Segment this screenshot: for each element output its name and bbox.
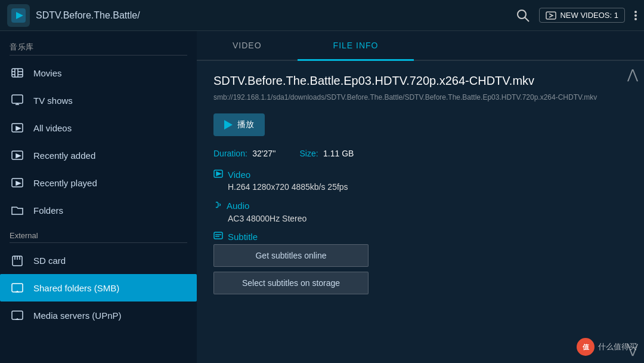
main-panel: VIDEO FILE INFO ⋀ SDTV.Before.The.Battle… xyxy=(197,31,644,363)
sidebar-item-tv-shows[interactable]: TV shows xyxy=(0,87,197,114)
recently-added-label: Recently added xyxy=(33,150,95,161)
svg-rect-15 xyxy=(12,95,23,103)
sd-card-label: SD card xyxy=(33,256,66,266)
main-layout: 音乐库 Movies xyxy=(0,31,644,363)
external-divider xyxy=(10,242,187,243)
svg-point-2 xyxy=(518,10,526,19)
folders-icon xyxy=(10,202,25,218)
watermark: 值 什么值得买 xyxy=(577,338,637,356)
sidebar: 音乐库 Movies xyxy=(0,31,197,363)
tab-video[interactable]: VIDEO xyxy=(197,31,298,60)
svg-marker-21 xyxy=(16,154,20,158)
svg-marker-19 xyxy=(16,127,20,130)
sidebar-item-recently-added[interactable]: Recently added xyxy=(0,141,197,169)
sd-card-icon xyxy=(10,253,25,268)
sidebar-item-all-videos[interactable]: All videos xyxy=(0,114,197,141)
audio-section-icon xyxy=(213,200,222,211)
file-content: ⋀ SDTV.Before.The.Battle.Ep03.HDTV.720p.… xyxy=(197,61,644,363)
audio-section-label: Audio xyxy=(227,201,249,211)
size-item: Size: 1.11 GB xyxy=(299,148,354,159)
video-details: H.264 1280x720 4885kb/s 25fps xyxy=(213,182,627,192)
search-icon[interactable] xyxy=(516,9,530,22)
svg-line-3 xyxy=(525,17,529,21)
movies-icon xyxy=(10,65,25,81)
tab-file-info[interactable]: FILE INFO xyxy=(298,31,414,60)
duration-label: Duration: xyxy=(213,149,247,158)
tabs: VIDEO FILE INFO xyxy=(197,31,644,61)
video-section-icon xyxy=(213,170,223,180)
sidebar-item-media-servers[interactable]: Media servers (UPnP) xyxy=(0,302,197,329)
more-icon[interactable] xyxy=(634,10,637,21)
svg-point-7 xyxy=(634,18,637,20)
svg-marker-35 xyxy=(216,172,221,176)
svg-rect-4 xyxy=(546,12,556,19)
meta-row: Duration: 32'27'' Size: 1.11 GB xyxy=(213,148,627,159)
duration-item: Duration: 32'27'' xyxy=(213,148,275,159)
video-section-label: Video xyxy=(228,170,250,180)
svg-rect-31 xyxy=(12,311,23,319)
external-label: External xyxy=(0,224,197,242)
play-label: 播放 xyxy=(237,119,254,130)
sidebar-item-folders[interactable]: Folders xyxy=(0,196,197,224)
all-videos-icon xyxy=(10,120,25,136)
svg-rect-28 xyxy=(12,284,23,292)
svg-rect-36 xyxy=(214,232,222,239)
play-button[interactable]: 播放 xyxy=(213,113,265,136)
header-actions: NEW VIDEOS: 1 xyxy=(516,8,637,23)
file-title: SDTV.Before.The.Battle.Ep03.HDTV.720p.x2… xyxy=(213,73,627,88)
audio-section: Audio AC3 48000Hz Stereo xyxy=(213,200,627,223)
duration-value: 32'27'' xyxy=(252,149,275,158)
media-servers-label: Media servers (UPnP) xyxy=(33,310,122,321)
select-subtitles-on-storage-button[interactable]: Select subtitles on storage xyxy=(213,272,369,294)
header: SDTV.Before.The.Battle/ NEW VIDEOS: 1 xyxy=(0,0,644,31)
audio-details: AC3 48000Hz Stereo xyxy=(213,214,627,223)
library-label: 音乐库 xyxy=(0,36,197,55)
sidebar-item-movies[interactable]: Movies xyxy=(0,59,197,87)
file-path: smb://192.168.1.1/sda1/downloads/SDTV.Be… xyxy=(213,92,627,103)
scroll-up-icon[interactable]: ⋀ xyxy=(627,67,638,82)
size-value: 1.11 GB xyxy=(323,149,354,158)
shared-folders-icon xyxy=(10,280,25,296)
svg-point-5 xyxy=(634,11,637,13)
header-title: SDTV.Before.The.Battle/ xyxy=(36,10,516,21)
play-triangle-icon xyxy=(224,120,233,130)
recently-played-label: Recently played xyxy=(33,178,97,188)
recently-added-icon xyxy=(10,147,25,163)
app-logo xyxy=(7,4,30,27)
subtitle-section: Subtitle Get subtitles online Select sub… xyxy=(213,232,627,294)
sidebar-divider xyxy=(10,55,187,56)
folders-label: Folders xyxy=(33,205,63,216)
subtitle-section-label: Subtitle xyxy=(228,232,258,242)
size-label: Size: xyxy=(299,149,318,158)
new-videos-badge[interactable]: NEW VIDEOS: 1 xyxy=(539,8,625,23)
recently-played-icon xyxy=(10,175,25,190)
sidebar-item-shared-folders[interactable]: Shared folders (SMB) xyxy=(0,274,197,302)
svg-point-6 xyxy=(634,14,637,17)
video-section: Video H.264 1280x720 4885kb/s 25fps xyxy=(213,170,627,192)
movies-label: Movies xyxy=(33,68,62,78)
new-videos-label: NEW VIDEOS: 1 xyxy=(560,11,618,20)
subtitle-section-icon xyxy=(213,232,223,242)
sidebar-item-sd-card[interactable]: SD card xyxy=(0,247,197,274)
get-subtitles-online-button[interactable]: Get subtitles online xyxy=(213,244,369,267)
sidebar-item-recently-played[interactable]: Recently played xyxy=(0,169,197,196)
svg-marker-23 xyxy=(16,182,20,185)
media-servers-icon xyxy=(10,307,25,323)
tv-shows-label: TV shows xyxy=(33,96,73,106)
watermark-text: 什么值得买 xyxy=(598,342,637,352)
shared-folders-label: Shared folders (SMB) xyxy=(33,283,119,293)
watermark-icon: 值 xyxy=(577,338,595,356)
tv-shows-icon xyxy=(10,93,25,108)
svg-rect-8 xyxy=(12,69,23,77)
all-videos-label: All videos xyxy=(33,123,72,133)
